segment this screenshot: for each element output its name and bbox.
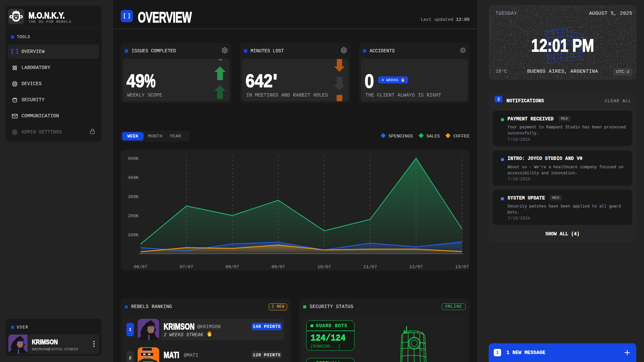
svg-text:08/07: 08/07 [226, 264, 239, 269]
svg-text:09/07: 09/07 [271, 264, 285, 269]
svg-text:500K: 500K [128, 156, 139, 161]
svg-text:06/07: 06/07 [134, 264, 148, 269]
svg-text:300K: 300K [128, 194, 139, 199]
svg-text:100K: 100K [128, 233, 139, 238]
svg-text:400K: 400K [128, 175, 139, 180]
svg-text:07/07: 07/07 [180, 264, 194, 269]
svg-text:11/07: 11/07 [363, 264, 377, 269]
svg-text:10/07: 10/07 [317, 264, 331, 269]
svg-text:13/07: 13/07 [455, 264, 469, 269]
svg-text:12/07: 12/07 [409, 264, 423, 269]
svg-text:200K: 200K [128, 214, 139, 219]
